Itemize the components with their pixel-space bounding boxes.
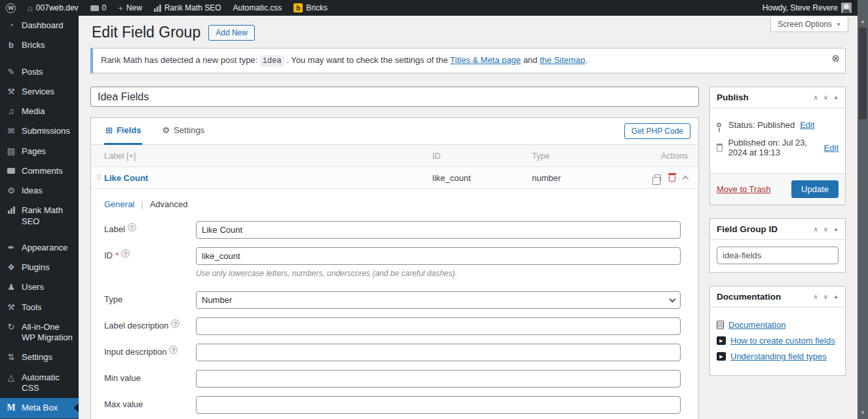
admin-sidebar: ◔ Dashboard b Bricks ✎ Posts ⚒ Services … [0, 16, 79, 419]
sidebar-item-plugins[interactable]: ❖ Plugins [0, 258, 79, 277]
sidebar-item-posts[interactable]: ✎ Posts [0, 62, 79, 82]
update-button[interactable]: Update [791, 180, 839, 198]
site-name-label: 007web.dev [36, 3, 79, 12]
documentation-title: Documentation [717, 292, 781, 302]
bricks-icon: b [6, 40, 16, 50]
wp-logo-menu[interactable]: W [0, 0, 22, 16]
sidebar-item-submissions[interactable]: ✉ Submissions [0, 121, 79, 141]
field-group-id-input[interactable] [717, 247, 839, 264]
edit-status-link[interactable]: Edit [800, 120, 814, 130]
new-content-menu[interactable]: + New [112, 0, 148, 16]
screen-options-button[interactable]: Screen Options ▼ [770, 17, 848, 32]
site-name-menu[interactable]: ⌂ 007web.dev [22, 0, 85, 16]
type-select[interactable]: Number [196, 291, 681, 309]
move-down-icon[interactable]: ∨ [823, 94, 828, 101]
documentation-box: Documentation ∧ ∨ ▲ Documentation [709, 286, 846, 376]
sitemap-link[interactable]: the Sitemap [540, 55, 585, 65]
help-icon[interactable] [121, 249, 130, 258]
sidebar-item-all-in-one-wp-migration[interactable]: ↻ All-in-One WP Migration [0, 317, 79, 348]
screen-options-label: Screen Options [778, 20, 832, 29]
sidebar-item-bricks[interactable]: b Bricks [0, 35, 79, 55]
how-to-create-custom-fields-link[interactable]: How to create custom fields [730, 336, 835, 346]
documentation-link[interactable]: Documentation [728, 320, 785, 330]
sidebar-item-services[interactable]: ⚒ Services [0, 82, 79, 102]
comments-menu[interactable]: 0 [85, 0, 113, 16]
home-icon: ⌂ [28, 4, 33, 12]
column-header-type: Type [532, 151, 629, 161]
move-up-icon[interactable]: ∧ [813, 94, 818, 101]
dismiss-notice-icon[interactable]: ⊗ [831, 52, 840, 64]
toggle-panel-icon[interactable]: ▲ [833, 94, 839, 100]
vertical-scrollbar[interactable]: ▲ ▼ [858, 0, 868, 419]
help-icon[interactable] [171, 319, 179, 328]
move-up-icon[interactable]: ∧ [813, 226, 818, 233]
sidebar-item-comments[interactable]: Comments [0, 161, 79, 181]
sidebar-item-appearance[interactable]: ✒ Appearance [0, 238, 79, 258]
get-php-code-button[interactable]: Get PHP Code [624, 123, 690, 139]
required-marker: * [115, 250, 119, 260]
move-down-icon[interactable]: ∨ [823, 293, 828, 300]
field-group-title-input[interactable] [90, 87, 699, 107]
edit-date-link[interactable]: Edit [824, 143, 839, 153]
admin-bar: W ⌂ 007web.dev 0 + New Rank Math SEO Aut… [0, 0, 858, 16]
sidebar-item-tools[interactable]: ⚒ Tools [0, 298, 79, 317]
label-description-field-label: Label description [104, 317, 196, 330]
post-type-code: idea [260, 55, 284, 67]
move-up-icon[interactable]: ∧ [813, 293, 818, 300]
label-field-label: Label [104, 221, 196, 234]
id-input[interactable] [196, 247, 681, 265]
sidebar-item-settings[interactable]: ⇅ Settings [0, 348, 79, 367]
min-value-input[interactable] [196, 370, 681, 388]
chevron-down-icon: ▼ [836, 22, 841, 28]
titles-meta-link[interactable]: Titles & Meta page [450, 55, 521, 65]
label-input[interactable] [196, 221, 681, 239]
move-down-icon[interactable]: ∨ [823, 226, 828, 233]
page-title: Edit Field Group [92, 24, 200, 41]
trash-icon[interactable] [669, 174, 675, 182]
publish-box-title: Publish [717, 92, 749, 102]
rank-math-menu[interactable]: Rank Math SEO [148, 0, 227, 16]
understanding-field-types-link[interactable]: Understanding field types [730, 351, 827, 361]
wordpress-logo-icon: W [6, 3, 16, 13]
bricks-label: Bricks [306, 3, 328, 12]
field-row-label-link[interactable]: Like Count [104, 173, 432, 183]
duplicate-icon[interactable] [654, 174, 661, 181]
max-value-input[interactable] [196, 396, 681, 414]
help-icon[interactable] [169, 346, 178, 354]
sidebar-item-media[interactable]: ♫ Media [0, 102, 79, 121]
scroll-up-arrow-icon[interactable]: ▲ [858, 16, 868, 26]
toggle-panel-icon[interactable]: ▲ [833, 294, 839, 300]
add-new-button[interactable]: Add New [208, 25, 255, 41]
user-avatar [841, 3, 852, 13]
tab-fields[interactable]: ⊞ Fields [104, 118, 142, 145]
field-editor-form: General | Advanced Label I [91, 189, 698, 419]
comment-bubble-icon [6, 166, 16, 176]
sidebar-item-rank-math-seo[interactable]: Rank Math SEO [0, 201, 79, 231]
sidebar-item-dashboard[interactable]: ◔ Dashboard [0, 16, 79, 35]
subtab-advanced[interactable]: Advanced [150, 199, 188, 209]
toggle-panel-icon[interactable]: ▲ [833, 226, 839, 232]
bricks-menu[interactable]: b Bricks [288, 0, 333, 16]
field-group-id-box: Field Group ID ∧ ∨ ▲ [709, 218, 846, 273]
move-to-trash-link[interactable]: Move to Trash [717, 184, 770, 194]
tab-settings[interactable]: ⚙ Settings [160, 118, 206, 145]
scroll-down-arrow-icon[interactable]: ▼ [858, 407, 868, 418]
sidebar-item-ideas[interactable]: ⚙ Ideas [0, 181, 79, 201]
label-description-input[interactable] [196, 317, 681, 335]
sidebar-item-meta-box[interactable]: M Meta Box [0, 398, 79, 418]
sidebar-item-pages[interactable]: ▤ Pages [0, 142, 79, 161]
migration-icon: ↻ [6, 322, 16, 332]
sidebar-item-users[interactable]: ♟ Users [0, 277, 79, 297]
sidebar-item-automatic-css[interactable]: △ Automatic CSS [0, 368, 79, 399]
help-icon[interactable] [128, 223, 136, 231]
status-text: Status: Published [728, 120, 795, 130]
wordpress-admin-screen: W ⌂ 007web.dev 0 + New Rank Math SEO Aut… [0, 0, 868, 419]
drag-handle-icon[interactable]: ⠿ [96, 174, 104, 182]
subtab-general[interactable]: General [104, 199, 134, 209]
automatic-css-menu[interactable]: Automatic.css [227, 0, 288, 16]
collapse-chevron-icon[interactable] [683, 176, 689, 182]
scrollbar-thumb[interactable] [859, 28, 867, 119]
account-menu[interactable]: Howdy, Steve Revere [757, 0, 858, 16]
bricks-icon: b [293, 3, 303, 12]
input-description-input[interactable] [196, 344, 681, 361]
